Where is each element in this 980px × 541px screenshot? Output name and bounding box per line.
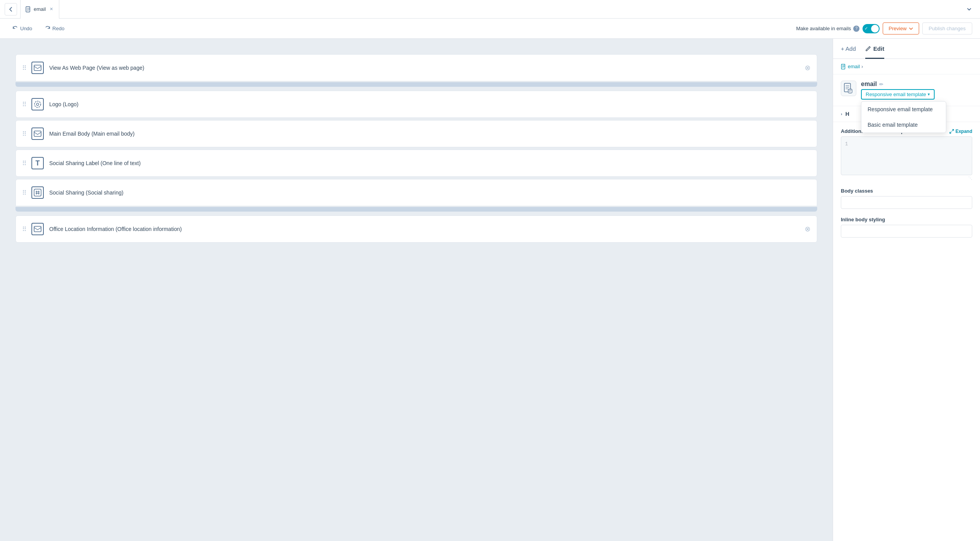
publish-button[interactable]: Publish changes: [922, 22, 972, 34]
main-layout: ⠿ View As Web Page (View as web page) ⊕ …: [0, 39, 980, 541]
chevron-down-icon: [966, 6, 972, 12]
circle-icon: [34, 100, 41, 108]
publish-label: Publish changes: [929, 26, 966, 31]
toggle-check-icon: ✓: [864, 26, 868, 31]
envelope-icon: [34, 65, 41, 71]
block-label-social-label: Social Sharing Label (One line of text): [49, 160, 811, 166]
pin-icon-view-web: ⊕: [802, 63, 813, 73]
tab-edit[interactable]: Edit: [865, 39, 884, 59]
body-classes-input[interactable]: [841, 196, 972, 209]
block-label-logo: Logo (Logo): [49, 101, 811, 107]
undo-icon: [12, 26, 18, 31]
undo-label: Undo: [20, 26, 32, 31]
drag-handle-logo[interactable]: ⠿: [22, 101, 27, 108]
block-icon-office: [31, 223, 44, 235]
template-type-menu: Responsive email template Basic email te…: [861, 101, 946, 133]
drag-handle-social-label[interactable]: ⠿: [22, 160, 27, 167]
preview-arrow-icon: [909, 26, 913, 31]
redo-label: Redo: [52, 26, 64, 31]
block-divider-1: [16, 82, 817, 87]
block-icon-view-web: [31, 62, 44, 74]
block-office-location[interactable]: ⠿ Office Location Information (Office lo…: [16, 215, 817, 243]
redo-button[interactable]: Redo: [40, 23, 69, 34]
make-available-label: Make available in emails ?: [796, 26, 860, 32]
email-toggle[interactable]: ✓: [863, 24, 880, 33]
redo-icon: [45, 26, 50, 31]
breadcrumb-label[interactable]: email: [848, 64, 860, 69]
preview-button[interactable]: Preview: [883, 22, 919, 34]
tab-bar: email ✕: [0, 0, 980, 19]
template-type-wrapper: Responsive email template ▾ Responsive e…: [861, 88, 935, 100]
breadcrumb-file-icon: [841, 64, 846, 69]
template-type-label: Responsive email template: [866, 91, 926, 97]
option-responsive-label: Responsive email template: [868, 106, 933, 112]
block-divider-2: [16, 207, 817, 212]
breadcrumb-arrow: ›: [861, 64, 863, 69]
section-label: H: [845, 111, 849, 117]
text-T-icon: T: [36, 159, 40, 167]
resize-handle[interactable]: ⋱: [841, 176, 972, 180]
panel-breadcrumb: email ›: [833, 59, 980, 74]
back-icon: [8, 6, 14, 12]
svg-rect-9: [848, 89, 852, 93]
drag-handle-office[interactable]: ⠿: [22, 226, 27, 233]
tab-close-button[interactable]: ✕: [48, 6, 54, 12]
block-icon-social-sharing: [31, 186, 44, 199]
document-icon: [844, 83, 853, 94]
add-tab-label: + Add: [841, 45, 856, 52]
block-icon-social-label: T: [31, 157, 44, 169]
block-logo[interactable]: ⠿ Logo (Logo): [16, 91, 817, 118]
panel-content: Additional <head> markup Expand 1 ⋱ Bod: [833, 122, 980, 541]
right-panel: + Add Edit email ›: [833, 39, 980, 541]
body-classes-label: Body classes: [841, 188, 972, 194]
head-markup-editor[interactable]: 1: [841, 136, 972, 175]
block-icon-logo: [31, 98, 44, 110]
svg-rect-4: [34, 131, 41, 136]
email-tab[interactable]: email ✕: [20, 0, 59, 19]
svg-rect-5: [34, 189, 41, 196]
line-number-1: 1: [845, 141, 968, 148]
additional-head-group: Additional <head> markup Expand 1 ⋱: [841, 128, 972, 180]
tab-label: email: [34, 6, 46, 12]
expand-icon: [949, 129, 954, 134]
block-view-web[interactable]: ⠿ View As Web Page (View as web page) ⊕: [16, 54, 817, 81]
tab-add[interactable]: + Add: [841, 39, 856, 59]
dropdown-option-responsive[interactable]: Responsive email template: [861, 102, 946, 117]
panel-tabs: + Add Edit: [833, 39, 980, 59]
toolbar: Undo Redo Make available in emails ? ✓ P…: [0, 19, 980, 39]
block-label-main-email: Main Email Body (Main email body): [49, 131, 811, 137]
template-doc-icon: [841, 81, 856, 96]
envelope-icon-3: [34, 226, 41, 232]
block-social-label[interactable]: ⠿ T Social Sharing Label (One line of te…: [16, 150, 817, 177]
preview-label: Preview: [889, 26, 906, 31]
template-type-dropdown[interactable]: Responsive email template ▾: [861, 89, 935, 100]
undo-button[interactable]: Undo: [8, 23, 37, 34]
inline-body-group: Inline body styling: [841, 217, 972, 238]
block-main-email-body[interactable]: ⠿ Main Email Body (Main email body): [16, 120, 817, 147]
svg-rect-1: [34, 65, 41, 71]
svg-point-3: [36, 103, 39, 105]
back-button[interactable]: [5, 3, 17, 16]
block-icon-main-email: [31, 127, 44, 140]
drag-handle-social-sharing[interactable]: ⠿: [22, 189, 27, 196]
tab-dropdown-button[interactable]: [963, 3, 975, 16]
template-info: email ✏ Responsive email template ▾ Resp…: [833, 74, 980, 106]
body-classes-group: Body classes: [841, 188, 972, 209]
pin-icon-office: ⊕: [802, 224, 813, 234]
dropdown-option-basic[interactable]: Basic email template: [861, 117, 946, 133]
block-social-sharing[interactable]: ⠿ Social Sharing (Social sharing): [16, 179, 817, 206]
template-name: email: [861, 81, 877, 88]
svg-point-2: [35, 101, 41, 107]
svg-rect-6: [34, 226, 41, 232]
block-label-social-sharing: Social Sharing (Social sharing): [49, 190, 811, 196]
template-name-row: email ✏: [861, 81, 935, 88]
drag-handle-main-email[interactable]: ⠿: [22, 130, 27, 138]
template-edit-pencil-icon[interactable]: ✏: [879, 81, 883, 87]
canvas-area: ⠿ View As Web Page (View as web page) ⊕ …: [0, 39, 833, 541]
drag-handle-view-web[interactable]: ⠿: [22, 64, 27, 72]
option-basic-label: Basic email template: [868, 122, 918, 128]
expand-button[interactable]: Expand: [949, 129, 972, 134]
inline-body-input[interactable]: [841, 225, 972, 238]
info-icon[interactable]: ?: [853, 26, 859, 32]
block-label-office: Office Location Information (Office loca…: [49, 226, 805, 232]
